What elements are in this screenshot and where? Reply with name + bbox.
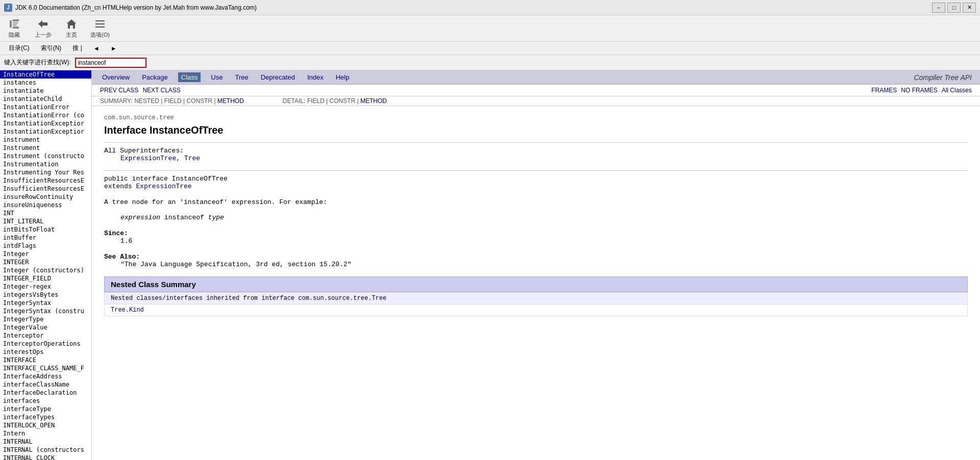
sidebar-item[interactable]: InstantiationExceptior (0, 119, 91, 127)
sidebar-item[interactable]: InstantiationError (co (0, 111, 91, 119)
toolbar: 隐藏 上一步 主页 选项(O) (0, 15, 980, 42)
home-button[interactable]: 主页 (61, 18, 82, 39)
nav-overview[interactable]: Overview (100, 72, 132, 82)
sidebar-item[interactable]: InstantiationError (0, 103, 91, 111)
example-expr: expression (120, 214, 160, 221)
search-input[interactable] (75, 58, 146, 68)
sidebar-item[interactable]: Instrument (constructo (0, 152, 91, 160)
all-classes-link[interactable]: All Classes (942, 87, 972, 94)
sidebar-item[interactable]: INTERFACE_CLASS_NAME_F (0, 364, 91, 372)
see-also-label: See Also: (104, 253, 140, 261)
nav-use[interactable]: Use (209, 72, 225, 82)
sidebar-item[interactable]: Integer-regex (0, 283, 91, 291)
sidebar-item[interactable]: instantiate (0, 87, 91, 95)
sidebar-item[interactable]: Interceptor (0, 331, 91, 340)
sidebar-item[interactable]: INT (0, 209, 91, 217)
minimize-button[interactable]: − (932, 3, 945, 13)
sidebar-item[interactable]: InterfaceAddress (0, 372, 91, 380)
sidebar-item[interactable]: interfaceClassName (0, 380, 91, 389)
sidebar-item[interactable]: interfaceTypes (0, 413, 91, 421)
sidebar-item[interactable]: instrument (0, 136, 91, 144)
see-also-text: "The Java Language Specification, 3rd ed… (104, 261, 968, 268)
home-label: 主页 (66, 31, 77, 39)
superinterface-expressiontree[interactable]: ExpressionTree (120, 155, 176, 162)
summary-method-link[interactable]: METHOD (217, 97, 244, 105)
sidebar-item[interactable]: Integer (constructors) (0, 266, 91, 274)
sidebar-item[interactable]: INTERNAL (constructors (0, 446, 91, 454)
sidebar-item[interactable]: Instrumentation (0, 160, 91, 168)
sidebar-item[interactable]: insureUniqueness (0, 201, 91, 209)
nav-deprecated[interactable]: Deprecated (259, 72, 297, 82)
sidebar-item[interactable]: INT_LITERAL (0, 217, 91, 225)
sidebar-item[interactable]: InstanceOfTree (0, 70, 91, 79)
hide-button[interactable]: 隐藏 (4, 18, 24, 39)
nav-help[interactable]: Help (334, 72, 352, 82)
sidebar-item[interactable]: IntegerSyntax (0, 299, 91, 307)
menu-prev[interactable]: ◄ (89, 43, 104, 54)
sidebar-item[interactable]: INTEGER_FIELD (0, 274, 91, 283)
sidebar-item[interactable]: InterceptorOperations (0, 340, 91, 348)
sidebar-item[interactable]: INTEGER (0, 258, 91, 266)
sidebar-item[interactable]: InterfaceDeclaration (0, 389, 91, 397)
sidebar-list: InstanceOfTreeinstancesinstantiateinstan… (0, 70, 91, 460)
nav-index[interactable]: Index (305, 72, 326, 82)
hide-icon (8, 18, 20, 30)
superinterface-tree[interactable]: Tree (184, 155, 200, 162)
tree-kind-link[interactable]: Tree.Kind (111, 306, 144, 314)
sidebar-item[interactable]: instances (0, 79, 91, 87)
sidebar-item[interactable]: IntegerType (0, 315, 91, 323)
menubar: 目录(C) 索引(N) 搜 | ◄ ► (0, 42, 980, 55)
detail-method-link[interactable]: METHOD (360, 97, 387, 105)
sidebar: InstanceOfTreeinstancesinstantiateinstan… (0, 70, 92, 460)
next-class-link[interactable]: NEXT CLASS (142, 87, 180, 94)
sidebar-item[interactable]: InstantiationExceptior (0, 127, 91, 136)
superinterfaces-label: All Superinterfaces: (104, 147, 184, 155)
prev-class-link[interactable]: PREV CLASS (100, 87, 138, 94)
menu-search[interactable]: 搜 | (68, 42, 86, 54)
window-controls[interactable]: − □ ✕ (932, 3, 976, 13)
svg-rect-0 (10, 20, 12, 28)
sidebar-item[interactable]: interfaceType (0, 405, 91, 413)
maximize-button[interactable]: □ (947, 3, 961, 13)
sidebar-item[interactable]: INTERNAL_CLOCK (0, 454, 91, 460)
menu-next[interactable]: ► (106, 43, 121, 54)
sidebar-item[interactable]: InsufficientResourcesE (0, 185, 91, 193)
svg-rect-1 (13, 19, 19, 21)
svg-rect-9 (95, 23, 105, 24)
sidebar-item[interactable]: insureRowContinuity (0, 193, 91, 201)
sidebar-item[interactable]: InsufficientResourcesE (0, 176, 91, 185)
nav-tree[interactable]: Tree (233, 72, 250, 82)
sidebar-item[interactable]: intBitsToFloat (0, 225, 91, 234)
back-button[interactable]: 上一步 (33, 18, 53, 39)
brand-label: Compiler Tree API (914, 73, 972, 82)
sidebar-item[interactable]: interestOps (0, 348, 91, 356)
nav-class[interactable]: Class (178, 72, 201, 82)
svg-rect-2 (13, 22, 18, 23)
extends-link[interactable]: ExpressionTree (136, 183, 191, 190)
sidebar-item[interactable]: Integer (0, 250, 91, 258)
sidebar-item[interactable]: INTERNAL (0, 438, 91, 446)
no-frames-link[interactable]: NO FRAMES (901, 87, 937, 94)
sidebar-item[interactable]: instantiateChild (0, 95, 91, 103)
sidebar-item[interactable]: interfaces (0, 397, 91, 405)
svg-marker-5 (38, 20, 42, 28)
close-button[interactable]: ✕ (963, 3, 976, 13)
nav-package[interactable]: Package (140, 72, 170, 82)
tree-link[interactable]: Tree (372, 295, 386, 302)
menu-index[interactable]: 索引(N) (36, 42, 66, 54)
menu-toc[interactable]: 目录(C) (4, 42, 34, 54)
sidebar-item[interactable]: IntegerValue (0, 323, 91, 331)
sidebar-item[interactable]: IntegerSyntax (constru (0, 307, 91, 315)
sidebar-item[interactable]: Instrumenting Your Res (0, 168, 91, 176)
sidebar-item[interactable]: intdFlags (0, 242, 91, 250)
sidebar-item[interactable]: INTERLOCK_OPEN (0, 421, 91, 429)
sidebar-item[interactable]: integersVsBytes (0, 291, 91, 299)
frames-link[interactable]: FRAMES (871, 87, 897, 94)
detail-nav: SUMMARY: NESTED | FIELD | CONSTR | METHO… (92, 96, 980, 106)
sidebar-item[interactable]: intBuffer (0, 234, 91, 242)
sidebar-item[interactable]: Instrument (0, 144, 91, 152)
sidebar-item[interactable]: Intern (0, 429, 91, 438)
sidebar-item[interactable]: INTERFACE (0, 356, 91, 364)
declaration-section: public interface InstanceOfTree extends … (104, 175, 968, 190)
options-button[interactable]: 选项(O) (90, 18, 110, 39)
